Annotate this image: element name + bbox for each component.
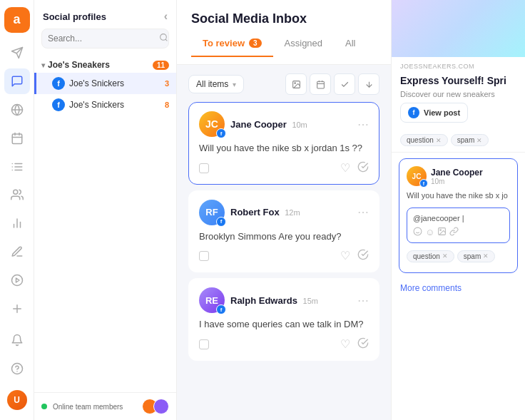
sidebar-item-joes-snickers-2[interactable]: f Joe's Snickers 8 (34, 94, 176, 116)
msg-resolve-btn-3[interactable] (357, 337, 369, 352)
reply-tags: question ✕ spam ✕ (407, 247, 510, 265)
nav-help-icon[interactable] (4, 356, 30, 381)
nav-globe-icon[interactable] (4, 97, 30, 123)
right-message-card: JC f Jane Cooper 10m Will you have the n… (399, 158, 518, 272)
nav-inbox-icon[interactable] (4, 68, 30, 94)
facebook-platform-icon: f (216, 128, 226, 138)
filter-calendar-btn[interactable] (310, 73, 331, 95)
filter-image-btn[interactable] (285, 73, 307, 95)
sidebar-title: Social profiles (43, 11, 106, 22)
sidebar-collapse-icon[interactable]: ‹ (164, 10, 168, 23)
right-msg-author-info: Jane Cooper 10m (431, 168, 483, 185)
reply-tag-spam[interactable]: spam ✕ (457, 250, 495, 262)
nav-analytics-icon[interactable] (4, 210, 30, 236)
page-title: Social Media Inbox (191, 11, 377, 26)
reply-tag-question[interactable]: question ✕ (407, 250, 454, 262)
search-input[interactable] (48, 34, 155, 43)
facebook-icon: f (52, 77, 65, 90)
sidebar-group-joes-sneakers: ▾ Joe's Sneakers 11 f Joe's Snickers 3 f… (34, 54, 176, 118)
msg-resolve-btn-1[interactable] (357, 161, 369, 175)
tag-question-remove[interactable]: ✕ (436, 137, 442, 144)
reply-image-icon[interactable] (437, 227, 447, 238)
feed-area: All items ▾ (177, 65, 391, 420)
reply-tag-question-remove[interactable]: ✕ (442, 252, 448, 260)
tab-all-label: All (345, 38, 355, 48)
sidebar-item-joes-snickers-1[interactable]: f Joe's Snickers 3 (34, 73, 176, 94)
main-panel: Social Media Inbox To review 3 Assigned … (177, 0, 391, 420)
nav-add-icon[interactable] (4, 296, 30, 322)
svg-rect-4 (12, 134, 22, 144)
reply-input[interactable] (413, 214, 504, 222)
right-msg-author-name: Jane Cooper (431, 168, 483, 178)
msg-menu-1[interactable]: ⋯ (357, 118, 369, 131)
right-msg-text: Will you have the nike sb x jo (407, 190, 510, 201)
nav-speed-icon[interactable] (4, 239, 30, 265)
tag-spam-remove[interactable]: ✕ (476, 137, 482, 144)
nav-send-icon[interactable] (4, 40, 30, 66)
facebook-platform-icon-2: f (216, 217, 226, 227)
online-indicator (41, 404, 47, 409)
msg-like-btn-2[interactable]: ♡ (340, 249, 350, 263)
msg-checkbox-1[interactable] (199, 163, 209, 173)
tab-to-review-label: To review (203, 38, 245, 48)
tab-to-review-badge: 3 (249, 39, 262, 48)
reply-emoji-icon[interactable] (413, 227, 422, 238)
svg-point-33 (414, 227, 422, 235)
reply-link-icon[interactable] (449, 227, 459, 238)
nav-team-icon[interactable] (4, 183, 30, 208)
reply-tag-spam-remove[interactable]: ✕ (483, 252, 489, 260)
message-card-1[interactable]: JC f Jane Cooper 10m ⋯ Will you have the… (188, 102, 379, 185)
msg-checkbox-2[interactable] (199, 251, 209, 261)
filter-row: All items ▾ (188, 73, 379, 95)
msg-author-name-3: Ralph Edwards (230, 295, 297, 306)
sidebar-group-header[interactable]: ▾ Joe's Sneakers 11 (34, 57, 176, 73)
nav-calendar-icon[interactable] (4, 126, 30, 151)
message-card-2[interactable]: RF f Robert Fox 12m ⋯ Brooklyn Simmons A… (188, 190, 379, 273)
svg-point-24 (160, 34, 167, 41)
msg-like-btn-1[interactable]: ♡ (340, 161, 350, 175)
more-comments-link[interactable]: More comments (392, 279, 525, 297)
msg-time-3: 15m (303, 297, 318, 305)
svg-point-18 (11, 275, 22, 286)
svg-point-37 (440, 229, 442, 230)
msg-text-1: Will you have the nike sb x jordan 1s ?? (199, 141, 369, 155)
svg-point-14 (13, 190, 17, 195)
icon-rail: a U (0, 0, 34, 420)
tag-spam[interactable]: spam ✕ (451, 134, 489, 146)
msg-menu-2[interactable]: ⋯ (357, 205, 369, 219)
post-source: JOESSNEAKERS.COM (392, 57, 525, 73)
message-card-3[interactable]: RE f Ralph Edwards 15m ⋯ I have some que… (188, 278, 379, 361)
filter-check-btn[interactable] (334, 73, 355, 95)
sidebar-item-count: 3 (165, 79, 169, 88)
msg-like-btn-3[interactable]: ♡ (340, 337, 350, 352)
reply-tag-question-label: question (413, 252, 440, 260)
filter-sort-btn[interactable] (358, 73, 379, 95)
msg-checkbox-3[interactable] (199, 339, 209, 349)
tab-to-review[interactable]: To review 3 (191, 34, 273, 57)
svg-point-27 (294, 82, 295, 83)
sidebar-item-count-2: 8 (165, 101, 169, 109)
msg-time-2: 12m (285, 208, 300, 217)
msg-header-3: RE f Ralph Edwards 15m ⋯ (199, 287, 369, 313)
msg-actions-2: ♡ (340, 249, 369, 263)
nav-tasks-icon[interactable] (4, 154, 30, 180)
user-avatar-icon[interactable]: U (4, 387, 30, 413)
app-logo[interactable]: a (4, 7, 30, 33)
filter-dropdown[interactable]: All items ▾ (188, 75, 244, 93)
msg-footer-3: ♡ (199, 337, 369, 352)
view-post-button[interactable]: f View post (400, 103, 468, 123)
sidebar: Social profiles ‹ ▾ Joe's Sneakers 11 f … (34, 0, 177, 420)
msg-resolve-btn-2[interactable] (357, 249, 369, 263)
post-tags-top: question ✕ spam ✕ (392, 130, 525, 153)
tab-all[interactable]: All (334, 34, 367, 57)
reply-input-area[interactable]: ☺ (407, 208, 510, 243)
team-avatar-2 (153, 399, 169, 414)
right-msg-avatar: JC f (407, 166, 427, 186)
reply-emoji2-icon[interactable]: ☺ (425, 227, 434, 238)
tag-question[interactable]: question ✕ (400, 134, 448, 146)
nav-media-icon[interactable] (4, 267, 30, 293)
tab-assigned[interactable]: Assigned (273, 34, 334, 57)
nav-bell-icon[interactable] (4, 327, 30, 353)
msg-menu-3[interactable]: ⋯ (357, 294, 369, 307)
sidebar-search-container[interactable] (41, 29, 169, 48)
